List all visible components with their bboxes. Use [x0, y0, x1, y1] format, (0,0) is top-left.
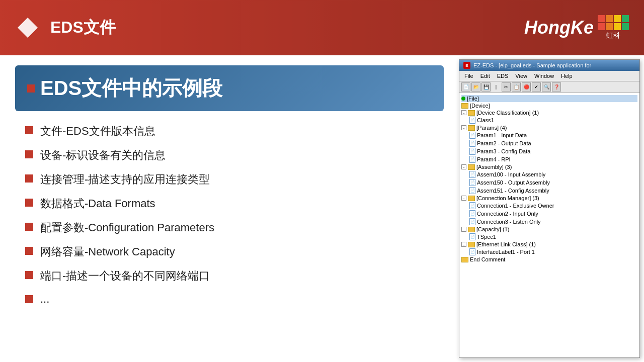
tree-label: [Params] (4): [476, 125, 507, 131]
bullet-item: 网络容量-Network Capacity: [25, 244, 444, 259]
bullet-text: 网络容量-Network Capacity: [40, 244, 175, 259]
tree-label: Connection1 - Exclusive Owner: [477, 203, 554, 209]
left-panel: EDS文件中的示例段 文件-EDS文件版本信息 设备-标识设备有关的信息 连接管…: [0, 55, 459, 362]
tree-item[interactable]: 📄Param1 - Input Data: [461, 131, 637, 139]
bullet-marker: [25, 223, 33, 231]
tree-item[interactable]: - [Params] (4): [461, 124, 637, 131]
tree-expand-icon[interactable]: -: [461, 110, 466, 115]
header-left: EDS文件: [15, 15, 116, 40]
tree-expand-icon[interactable]: -: [461, 227, 466, 232]
tree-folder-icon: [468, 242, 475, 247]
tree-doc-icon: 📄: [469, 140, 475, 147]
tree-item[interactable]: End Comment: [461, 256, 637, 263]
toolbar-btn-5[interactable]: 📋: [512, 82, 521, 92]
tree-expand-icon[interactable]: -: [461, 125, 466, 130]
tree-item[interactable]: 📄Assem151 - Config Assembly: [461, 187, 637, 195]
tree-folder-icon: [468, 227, 475, 232]
tree-label: [Device Classification] (1): [476, 110, 539, 116]
toolbar-new[interactable]: 📄: [461, 82, 470, 92]
tree-label: [File]: [467, 96, 479, 102]
logo-squares: [598, 15, 629, 30]
section-title-banner: EDS文件中的示例段: [15, 65, 444, 111]
bullet-item: 文件-EDS文件版本信息: [25, 124, 444, 139]
toolbar-btn-4[interactable]: ✂: [502, 82, 511, 92]
window-titlebar: E EZ-EDS - [eip_goal.eds - Sample applic…: [459, 60, 639, 71]
logo-sq-7: [614, 23, 621, 30]
menu-item-file[interactable]: File: [461, 72, 476, 80]
tree-doc-icon: 📄: [469, 233, 475, 240]
tree-item[interactable]: [Device]: [461, 102, 637, 109]
tree-item[interactable]: 📄Class1: [461, 116, 637, 124]
tree-label: InterfaceLabel1 - Port 1: [477, 249, 535, 255]
toolbar-btn-7[interactable]: ✔: [532, 82, 541, 92]
tree-doc-icon: 📄: [469, 218, 475, 225]
tree-item[interactable]: 📄Assem100 - Input Assembly: [461, 170, 637, 178]
logo-sq-5: [598, 23, 605, 30]
window-toolbar: 📄 📂 💾 | ✂ 📋 🔴 ✔ 🔍 ❓: [459, 81, 639, 93]
tree-item[interactable]: - [Connection Manager] (3): [461, 195, 637, 202]
tree-item[interactable]: - [Device Classification] (1): [461, 109, 637, 116]
logo-sq-6: [606, 23, 613, 30]
bullet-text: 连接管理-描述支持的应用连接类型: [40, 172, 210, 187]
tree-item[interactable]: 📄Param2 - Output Data: [461, 139, 637, 147]
menu-item-eds[interactable]: EDS: [494, 72, 512, 80]
toolbar-btn-9[interactable]: ❓: [552, 82, 561, 92]
tree-label: Param2 - Output Data: [477, 140, 531, 146]
tree-doc-icon: 📄: [469, 148, 475, 155]
tree-item[interactable]: 📄Connection3 - Listen Only: [461, 218, 637, 226]
tree-dot-icon: [461, 97, 465, 101]
ez-eds-window: E EZ-EDS - [eip_goal.eds - Sample applic…: [459, 59, 640, 358]
toolbar-btn-6[interactable]: 🔴: [522, 82, 531, 92]
tree-doc-icon: 📄: [469, 156, 475, 163]
menu-item-edit[interactable]: Edit: [477, 72, 493, 80]
toolbar-open[interactable]: 📂: [471, 82, 480, 92]
tree-doc-icon: 📄: [469, 202, 475, 209]
header-title: EDS文件: [50, 17, 116, 39]
window-menubar: FileEditEDSViewWindowHelp: [459, 71, 639, 81]
tree-item[interactable]: 📄Param4 - RPI: [461, 155, 637, 163]
menu-item-help[interactable]: Help: [558, 72, 576, 80]
bullet-marker: [25, 295, 33, 303]
window-icon: E: [463, 62, 470, 69]
tree-folder-icon: [468, 164, 475, 170]
logo-sq-2: [606, 15, 613, 22]
tree-item[interactable]: [File]: [461, 95, 637, 102]
bullet-item: 配置参数-Configuration Parameters: [25, 220, 444, 235]
tree-item[interactable]: 📄Assem150 - Output Assembly: [461, 178, 637, 187]
menu-item-window[interactable]: Window: [531, 72, 557, 80]
tree-expand-icon[interactable]: -: [461, 164, 466, 169]
tree-label: [Connection Manager] (3): [476, 195, 539, 201]
bullet-item: 端口-描述一个设备的不同网络端口: [25, 268, 444, 284]
tree-item[interactable]: 📄InterfaceLabel1 - Port 1: [461, 248, 637, 256]
window-tree[interactable]: [File][Device]- [Device Classification] …: [459, 93, 639, 357]
tree-doc-icon: 📄: [469, 117, 475, 124]
bullet-text: 文件-EDS文件版本信息: [40, 124, 155, 139]
logo-area: HongKe 虹科: [524, 15, 629, 40]
tree-label: Param1 - Input Data: [477, 132, 527, 138]
tree-item[interactable]: - [Ethernet Link Class] (1): [461, 241, 637, 248]
window-title: EZ-EDS - [eip_goal.eds - Sample applicat…: [473, 62, 591, 68]
tree-label: [Assembly] (3): [476, 164, 512, 170]
section-title: EDS文件中的示例段: [40, 74, 222, 102]
logo-sq-4: [622, 15, 629, 22]
tree-label: Assem150 - Output Assembly: [477, 179, 550, 186]
logo-text: HongKe: [524, 17, 594, 38]
toolbar-save[interactable]: 💾: [481, 82, 491, 92]
bullet-text: 设备-标识设备有关的信息: [40, 148, 166, 163]
menu-item-view[interactable]: View: [512, 72, 530, 80]
tree-item[interactable]: 📄Connection1 - Exclusive Owner: [461, 202, 637, 210]
tree-label: Connection3 - Listen Only: [477, 219, 541, 225]
tree-item[interactable]: - [Capacity] (1): [461, 226, 637, 233]
tree-item[interactable]: 📄TSpec1: [461, 233, 637, 241]
tree-item[interactable]: 📄Param3 - Config Data: [461, 147, 637, 155]
tree-label: End Comment: [470, 256, 505, 262]
tree-folder-icon: [468, 110, 475, 116]
tree-expand-icon[interactable]: -: [461, 196, 466, 201]
bullet-text: 配置参数-Configuration Parameters: [40, 220, 214, 235]
tree-item[interactable]: 📄Connection2 - Input Only: [461, 210, 637, 218]
tree-expand-icon[interactable]: -: [461, 242, 466, 247]
tree-item[interactable]: - [Assembly] (3): [461, 163, 637, 170]
main: EDS文件中的示例段 文件-EDS文件版本信息 设备-标识设备有关的信息 连接管…: [0, 55, 644, 362]
toolbar-btn-8[interactable]: 🔍: [542, 82, 551, 92]
logo-subtitle: 虹科: [606, 31, 620, 40]
